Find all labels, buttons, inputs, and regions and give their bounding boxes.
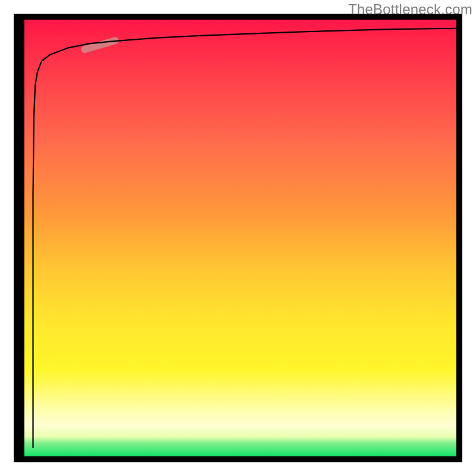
curve-main-path	[33, 29, 457, 448]
plot-frame	[14, 14, 462, 462]
chart-container: TheBottleneck.com	[0, 0, 476, 476]
watermark-text: TheBottleneck.com	[348, 1, 472, 18]
curve-layer	[24, 20, 456, 456]
plot-area	[24, 20, 456, 456]
